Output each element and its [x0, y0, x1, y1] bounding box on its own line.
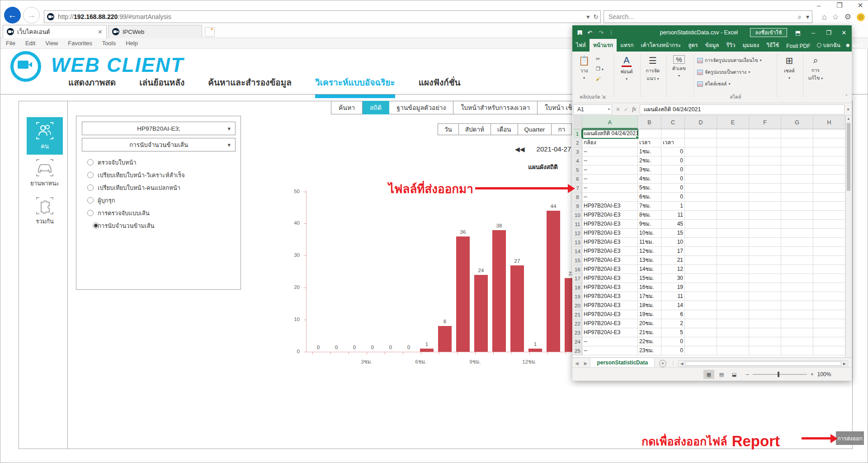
cell[interactable]: [813, 256, 845, 265]
expand-formula-bar-icon[interactable]: ▾: [844, 107, 852, 112]
cell[interactable]: [685, 319, 717, 328]
ribbon-tab-วิธีใช้[interactable]: วิธีใช้: [763, 39, 783, 52]
row-number[interactable]: 23: [573, 328, 582, 337]
period-button[interactable]: วัน: [438, 123, 459, 135]
browser-tab-webclient[interactable]: เว็บไคลเอนต์ ✕: [3, 25, 107, 38]
cell[interactable]: [781, 147, 813, 156]
cell[interactable]: [781, 229, 813, 238]
analysis-tab[interactable]: ค้นหา: [331, 101, 363, 114]
row-number[interactable]: 24: [573, 337, 582, 346]
ribbon-tab-เค้าโครงหน้ากระ[interactable]: เค้าโครงหน้ากระ: [637, 39, 685, 52]
menu-item-help[interactable]: Help: [126, 40, 138, 47]
cell[interactable]: --: [582, 165, 638, 175]
cell[interactable]: [685, 310, 717, 319]
cell[interactable]: [685, 138, 717, 147]
cell[interactable]: HP97B20AI-E3: [582, 247, 638, 256]
cell[interactable]: [781, 138, 813, 147]
zoom-slider[interactable]: [753, 374, 807, 375]
cell[interactable]: [813, 156, 845, 165]
cell[interactable]: [717, 147, 749, 156]
column-header-A[interactable]: A: [582, 116, 638, 129]
menu-item-view[interactable]: View: [45, 40, 58, 47]
cell[interactable]: [749, 283, 781, 292]
cell[interactable]: [813, 337, 845, 346]
cell[interactable]: 14: [661, 301, 685, 310]
cell[interactable]: [749, 129, 781, 138]
cell[interactable]: [749, 229, 781, 238]
cell[interactable]: HP97B20AI-E3: [582, 292, 638, 301]
cell[interactable]: [813, 283, 845, 292]
cell[interactable]: [717, 265, 749, 274]
cell[interactable]: [749, 175, 781, 184]
cell[interactable]: 15: [661, 229, 685, 238]
cell[interactable]: [813, 247, 845, 256]
share-button[interactable]: ☻แชร์: [843, 39, 866, 52]
zoom-out-icon[interactable]: –: [746, 371, 749, 378]
vertical-scrollbar[interactable]: ▲ ▼: [845, 116, 851, 381]
cell[interactable]: 14ชม.: [638, 265, 661, 274]
cell[interactable]: 6ชม.: [638, 193, 661, 202]
radio-option[interactable]: การตรวจจับแบบเส้น: [87, 207, 236, 219]
cell[interactable]: [781, 211, 813, 220]
cell[interactable]: [781, 319, 813, 328]
ribbon-tab-มุมมอง[interactable]: มุมมอง: [739, 39, 763, 52]
cell[interactable]: [685, 229, 717, 238]
cell[interactable]: [749, 238, 781, 247]
ribbon-tab-ข้อมูล[interactable]: ข้อมูล: [702, 39, 723, 52]
cell[interactable]: 15ชม.: [638, 274, 661, 283]
cell[interactable]: [781, 328, 813, 337]
row-number[interactable]: 13: [573, 238, 582, 247]
cell[interactable]: [717, 337, 749, 346]
cell[interactable]: [781, 165, 813, 175]
cell[interactable]: 3ชม.: [638, 165, 661, 175]
cell[interactable]: HP97B20AI-E3: [582, 202, 638, 211]
cell[interactable]: 19: [661, 283, 685, 292]
cell[interactable]: [813, 301, 845, 310]
cell[interactable]: [685, 346, 717, 355]
excel-restore-button[interactable]: ❐: [821, 29, 836, 36]
cell[interactable]: [781, 156, 813, 165]
cell[interactable]: [813, 319, 845, 328]
cell[interactable]: 45: [661, 220, 685, 229]
cell[interactable]: [781, 202, 813, 211]
forward-button[interactable]: →: [23, 7, 40, 24]
cell[interactable]: 5: [661, 328, 685, 337]
sheet-prev-icon[interactable]: ◀: [572, 361, 581, 366]
cell[interactable]: [749, 328, 781, 337]
cell[interactable]: [813, 220, 845, 229]
cell[interactable]: [813, 211, 845, 220]
cell[interactable]: HP97B20AI-E3: [582, 238, 638, 247]
browser-tab-ipcweb[interactable]: IPCWeb: [108, 25, 202, 38]
cell[interactable]: [685, 265, 717, 274]
cell[interactable]: HP97B20AI-E3: [582, 211, 638, 220]
cell[interactable]: [781, 184, 813, 193]
radio-option[interactable]: เปรียบเทียบใบหน้า-คนแปลกหน้า: [87, 181, 236, 194]
cell[interactable]: HP97B20AI-E3: [582, 220, 638, 229]
cell[interactable]: [781, 292, 813, 301]
row-number[interactable]: 25: [573, 346, 582, 355]
cell[interactable]: [638, 129, 661, 138]
cell[interactable]: [781, 301, 813, 310]
close-button[interactable]: ✕: [854, 1, 867, 9]
cell[interactable]: 10: [661, 238, 685, 247]
autocomplete-dropdown-icon[interactable]: ▾: [586, 13, 590, 20]
cell[interactable]: 9ชม.: [638, 220, 661, 229]
cell[interactable]: 19ชม.: [638, 310, 661, 319]
cell[interactable]: --: [582, 193, 638, 202]
row-number[interactable]: 21: [573, 310, 582, 319]
cell[interactable]: [717, 301, 749, 310]
format-painter-icon[interactable]: 🖌: [596, 76, 601, 81]
row-number[interactable]: 3: [573, 147, 582, 156]
row-number[interactable]: 20: [573, 301, 582, 310]
radio-option[interactable]: เปรียบเทียบใบหน้า-วิเคราะห์สำเร็จ: [87, 169, 236, 181]
cell[interactable]: [717, 328, 749, 337]
cell[interactable]: --: [582, 175, 638, 184]
address-bar[interactable]: http://192.168.88.220:99/#smartAnalysis …: [44, 10, 601, 23]
cell[interactable]: 7ชม.: [638, 202, 661, 211]
cell[interactable]: [813, 292, 845, 301]
cell[interactable]: [717, 319, 749, 328]
cell[interactable]: [749, 165, 781, 175]
cell[interactable]: [717, 202, 749, 211]
cell[interactable]: [717, 238, 749, 247]
restore-button[interactable]: ❐: [833, 1, 846, 9]
